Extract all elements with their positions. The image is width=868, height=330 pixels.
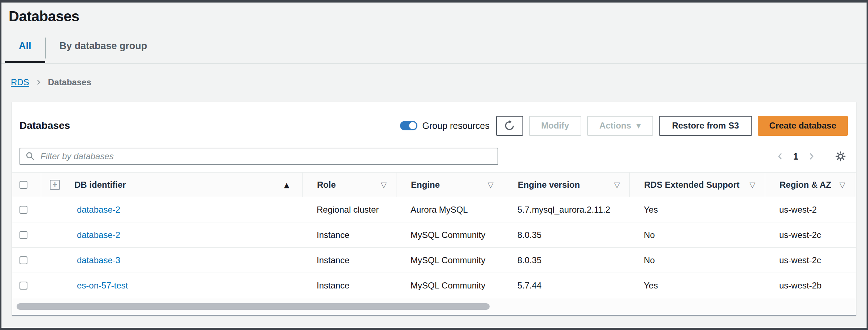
toggle-knob — [409, 122, 416, 129]
breadcrumb-current: Databases — [48, 77, 91, 87]
select-all-checkbox[interactable] — [19, 181, 27, 189]
region-az-cell: us-west-2c — [765, 255, 855, 265]
filter-search-box[interactable] — [19, 148, 498, 165]
breadcrumb-rds-link[interactable]: RDS — [11, 77, 29, 87]
db-identifier-link[interactable]: database-2 — [77, 230, 120, 240]
settings-button[interactable] — [833, 148, 848, 164]
rds-console-window: Databases All By database group RDS Data… — [0, 0, 868, 330]
header-engine-version[interactable]: Engine version ▽ — [503, 173, 629, 197]
databases-table: + DB identifier ▲ Role ▽ Engine ▽ Engine… — [12, 172, 856, 298]
databases-panel: Databases Group resources Modify Actions — [12, 102, 856, 316]
region-az-cell: us-west-2 — [765, 205, 855, 215]
engine-version-cell: 8.0.35 — [503, 230, 629, 240]
table-row: database-3 Instance MySQL Community 8.0.… — [12, 248, 856, 273]
pagination: 1 — [773, 148, 848, 165]
row-checkbox[interactable] — [19, 231, 27, 239]
engine-cell: MySQL Community — [396, 230, 503, 240]
horizontal-scrollbar-thumb[interactable] — [17, 303, 490, 310]
header-db-identifier[interactable]: + DB identifier ▲ — [41, 173, 302, 197]
engine-cell: Aurora MySQL — [396, 205, 503, 215]
search-icon — [25, 151, 35, 161]
table-row: database-2 Regional cluster Aurora MySQL… — [12, 197, 856, 222]
select-all-cell — [12, 173, 41, 197]
db-identifier-cell: database-2 — [41, 230, 302, 240]
modify-button[interactable]: Modify — [529, 116, 581, 136]
row-checkbox-cell — [12, 206, 41, 214]
table-header-row: + DB identifier ▲ Role ▽ Engine ▽ Engine… — [12, 173, 856, 197]
expand-all-icon[interactable]: + — [50, 180, 60, 190]
engine-version-cell: 5.7.mysql_aurora.2.11.2 — [503, 205, 629, 215]
db-identifier-cell: database-2 — [41, 205, 302, 215]
header-engine[interactable]: Engine ▽ — [396, 173, 503, 197]
row-checkbox-cell — [12, 256, 41, 264]
caret-down-icon: ▼ — [636, 122, 641, 129]
tab-by-database-group[interactable]: By database group — [46, 35, 161, 63]
page-number: 1 — [793, 151, 798, 162]
breadcrumb-chevron-icon — [34, 78, 43, 87]
gear-icon — [836, 150, 846, 163]
filter-icon[interactable]: ▽ — [381, 181, 387, 189]
next-page-button[interactable] — [804, 148, 819, 164]
header-role[interactable]: Role ▽ — [302, 173, 396, 197]
actions-button[interactable]: Actions ▼ — [587, 116, 653, 136]
tab-all[interactable]: All — [5, 35, 45, 63]
header-region-az[interactable]: Region & AZ ▽ — [765, 173, 855, 197]
chevron-right-icon — [807, 152, 816, 161]
panel-header: Databases Group resources Modify Actions — [12, 102, 856, 146]
engine-cell: MySQL Community — [396, 281, 503, 291]
filter-icon[interactable]: ▽ — [614, 181, 620, 189]
table-row: es-on-57-test Instance MySQL Community 5… — [12, 273, 856, 298]
refresh-button[interactable] — [496, 116, 523, 136]
row-checkbox[interactable] — [19, 206, 27, 214]
role-cell: Regional cluster — [302, 205, 396, 215]
filter-icon[interactable]: ▽ — [488, 181, 494, 189]
group-resources-label: Group resources — [422, 121, 490, 131]
filter-icon[interactable]: ▽ — [750, 181, 755, 189]
row-checkbox-cell — [12, 231, 41, 239]
pager-divider — [826, 148, 826, 165]
region-az-cell: us-west-2b — [765, 281, 855, 291]
previous-page-button[interactable] — [773, 148, 787, 164]
row-checkbox-cell — [12, 282, 41, 290]
extended-support-cell: No — [629, 255, 765, 265]
db-identifier-cell: es-on-57-test — [41, 281, 302, 291]
create-database-button[interactable]: Create database — [758, 116, 848, 136]
table-row: database-2 Instance MySQL Community 8.0.… — [12, 222, 856, 248]
header-rds-extended-support[interactable]: RDS Extended Support ▽ — [629, 173, 765, 197]
role-cell: Instance — [302, 230, 396, 240]
extended-support-cell: Yes — [629, 205, 765, 215]
table-body: database-2 Regional cluster Aurora MySQL… — [12, 197, 856, 298]
db-identifier-link[interactable]: database-3 — [77, 255, 120, 265]
sort-ascending-icon: ▲ — [284, 181, 289, 189]
db-identifier-link[interactable]: database-2 — [77, 205, 120, 215]
db-identifier-cell: database-3 — [41, 255, 302, 265]
filter-input[interactable] — [40, 151, 492, 162]
role-cell: Instance — [302, 255, 396, 265]
engine-cell: MySQL Community — [396, 255, 503, 265]
view-tabs: All By database group — [1, 35, 867, 64]
role-cell: Instance — [302, 281, 396, 291]
group-resources-toggle[interactable] — [400, 121, 417, 130]
panel-toolbar: Group resources Modify Actions ▼ Restore… — [400, 116, 848, 136]
horizontal-scrollbar[interactable] — [12, 298, 856, 315]
filter-icon[interactable]: ▽ — [839, 181, 845, 189]
refresh-icon — [504, 120, 515, 131]
db-identifier-link[interactable]: es-on-57-test — [77, 281, 128, 291]
extended-support-cell: No — [629, 230, 765, 240]
extended-support-cell: Yes — [629, 281, 765, 291]
chevron-left-icon — [776, 152, 785, 161]
panel-title: Databases — [19, 120, 70, 131]
breadcrumb: RDS Databases — [11, 77, 867, 87]
region-az-cell: us-west-2c — [765, 230, 855, 240]
row-checkbox[interactable] — [19, 256, 27, 264]
row-checkbox[interactable] — [19, 282, 27, 290]
filter-row: 1 — [12, 146, 856, 172]
engine-version-cell: 8.0.35 — [503, 255, 629, 265]
restore-from-s3-button[interactable]: Restore from S3 — [659, 116, 752, 136]
engine-version-cell: 5.7.44 — [503, 281, 629, 291]
page-title: Databases — [9, 8, 867, 25]
